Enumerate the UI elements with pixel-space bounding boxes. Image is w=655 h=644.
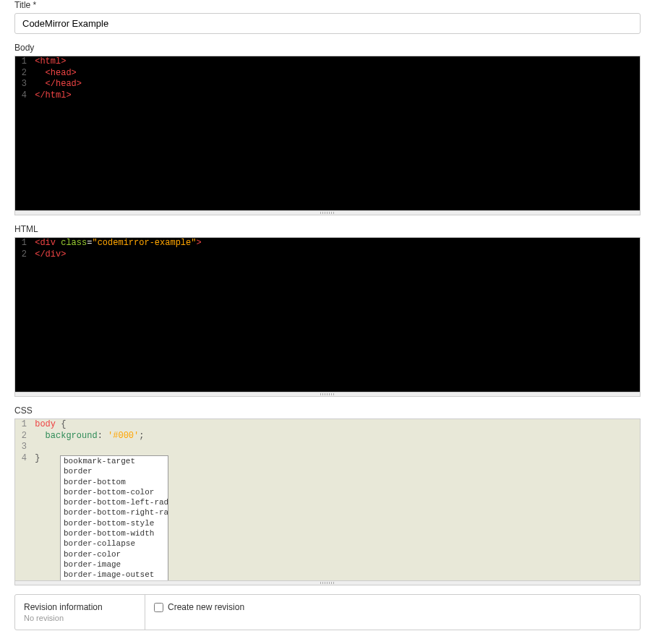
- code-line: 1 <html>: [15, 56, 640, 68]
- autocomplete-item[interactable]: border-bottom-left-radius: [61, 497, 168, 507]
- autocomplete-item[interactable]: border-bottom-right-radius: [61, 507, 168, 518]
- autocomplete-item[interactable]: border: [61, 466, 168, 476]
- css-resize-handle[interactable]: [14, 581, 641, 585]
- autocomplete-item[interactable]: border-bottom: [61, 477, 168, 487]
- revision-tab[interactable]: Revision information No revision: [15, 595, 145, 630]
- body-label: Body: [14, 43, 641, 53]
- autocomplete-item[interactable]: border-image-outset: [61, 570, 168, 580]
- body-resize-handle[interactable]: [14, 211, 641, 215]
- code-line: 1 <div class="codemirror-example">: [15, 238, 640, 249]
- autocomplete-item[interactable]: border-bottom-color: [61, 487, 168, 497]
- css-editor[interactable]: 1 body {2 background: '#000';3 4 }bookma…: [14, 418, 641, 581]
- css-label: CSS: [14, 405, 641, 416]
- code-line: 3 </head>: [15, 79, 640, 90]
- revision-subtitle: No revision: [24, 614, 136, 622]
- create-revision-label: Create new revision: [168, 602, 244, 612]
- code-line: 3: [15, 442, 640, 453]
- revision-title: Revision information: [24, 602, 136, 612]
- html-editor[interactable]: 1 <div class="codemirror-example">2 </di…: [14, 237, 641, 392]
- autocomplete-item[interactable]: border-bottom-style: [61, 518, 168, 528]
- create-revision-row[interactable]: Create new revision: [154, 602, 631, 612]
- revision-panel: Revision information No revision Create …: [14, 594, 641, 630]
- title-label: Title *: [14, 0, 641, 10]
- html-label: HTML: [14, 224, 641, 234]
- autocomplete-item[interactable]: border-color: [61, 549, 168, 559]
- autocomplete-item[interactable]: bookmark-target: [61, 456, 168, 466]
- body-editor[interactable]: 1 <html>2 <head>3 </head>4 </html>: [14, 56, 641, 211]
- css-autocomplete-popup[interactable]: bookmark-targetborderborder-bottomborder…: [60, 455, 168, 581]
- title-input[interactable]: [14, 13, 641, 34]
- code-line: 2 background: '#000';: [15, 431, 640, 442]
- html-resize-handle[interactable]: [14, 392, 641, 397]
- code-line: 1 body {: [15, 419, 640, 431]
- create-revision-checkbox[interactable]: [154, 603, 163, 612]
- autocomplete-item[interactable]: border-collapse: [61, 538, 168, 549]
- autocomplete-item[interactable]: border-image: [61, 559, 168, 570]
- code-line: 2 <head>: [15, 68, 640, 80]
- code-line: 2 </div>: [15, 249, 640, 261]
- autocomplete-item[interactable]: border-bottom-width: [61, 528, 168, 538]
- code-line: 4 </html>: [15, 90, 640, 102]
